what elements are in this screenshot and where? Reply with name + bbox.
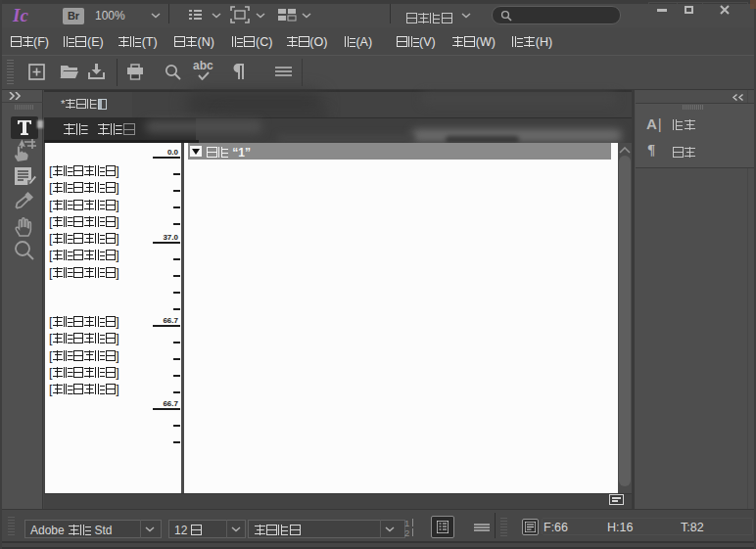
- svg-text:2: 2: [404, 527, 409, 537]
